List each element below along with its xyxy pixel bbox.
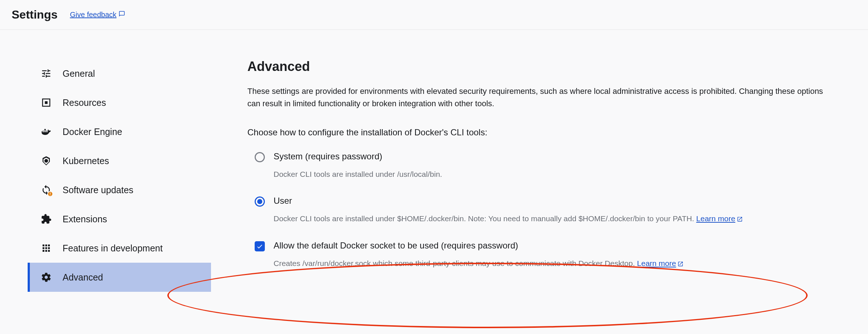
checkbox-allow-socket[interactable] bbox=[255, 241, 265, 251]
tune-icon bbox=[41, 68, 52, 79]
settings-advanced-panel: Advanced These settings are provided for… bbox=[211, 59, 866, 292]
sidebar-item-features-in-development[interactable]: Features in development bbox=[28, 234, 211, 263]
sidebar-item-kubernetes[interactable]: Kubernetes bbox=[28, 146, 211, 175]
feedback-icon bbox=[119, 11, 125, 19]
check-icon bbox=[256, 243, 263, 250]
docker-engine-icon bbox=[41, 126, 52, 137]
sidebar-item-label: Software updates bbox=[63, 185, 134, 195]
sidebar-item-extensions[interactable]: Extensions bbox=[28, 204, 211, 234]
radio-user-help: Docker CLI tools are installed under $HO… bbox=[274, 213, 837, 224]
radio-system-help: Docker CLI tools are installed under /us… bbox=[274, 168, 837, 180]
settings-body: General Resources Docker Engine Kubernet… bbox=[0, 30, 868, 292]
checkbox-allow-socket-label: Allow the default Docker socket to be us… bbox=[274, 240, 837, 251]
sidebar-item-label: General bbox=[63, 68, 95, 79]
sidebar-item-advanced[interactable]: Advanced bbox=[28, 263, 211, 292]
page-title: Settings bbox=[12, 8, 57, 21]
radio-user-label: User bbox=[274, 196, 837, 206]
give-feedback-label: Give feedback bbox=[70, 11, 116, 19]
sidebar-item-label: Docker Engine bbox=[63, 127, 122, 137]
cli-option-system[interactable]: System (requires password) Docker CLI to… bbox=[247, 151, 837, 180]
gears-icon bbox=[41, 272, 52, 283]
sidebar-item-general[interactable]: General bbox=[28, 59, 211, 88]
checkbox-allow-socket-help: Creates /var/run/docker.sock which some … bbox=[274, 258, 837, 269]
sidebar-item-docker-engine[interactable]: Docker Engine bbox=[28, 117, 211, 146]
cli-option-user[interactable]: User Docker CLI tools are installed unde… bbox=[247, 196, 837, 224]
sidebar-item-label: Advanced bbox=[63, 272, 103, 283]
sidebar-item-resources[interactable]: Resources bbox=[28, 88, 211, 117]
sidebar-item-label: Resources bbox=[63, 98, 106, 108]
apps-icon bbox=[41, 243, 52, 254]
resources-icon bbox=[41, 97, 52, 108]
kubernetes-icon bbox=[41, 155, 52, 166]
external-link-icon bbox=[737, 216, 743, 222]
section-title: Advanced bbox=[247, 59, 837, 74]
settings-header: Settings Give feedback bbox=[0, 0, 868, 30]
settings-sidebar: General Resources Docker Engine Kubernet… bbox=[0, 59, 211, 292]
learn-more-socket-link[interactable]: Learn more bbox=[637, 259, 684, 267]
sidebar-item-label: Extensions bbox=[63, 214, 107, 224]
sidebar-item-label: Features in development bbox=[63, 243, 163, 254]
radio-system[interactable] bbox=[255, 152, 265, 162]
learn-more-user-link[interactable]: Learn more bbox=[696, 214, 743, 223]
update-available-badge bbox=[47, 191, 53, 197]
sidebar-nav: General Resources Docker Engine Kubernet… bbox=[28, 59, 211, 292]
annotation-highlight-oval bbox=[167, 263, 808, 328]
sidebar-item-label: Kubernetes bbox=[63, 156, 109, 166]
external-link-icon bbox=[677, 261, 684, 267]
give-feedback-link[interactable]: Give feedback bbox=[70, 11, 125, 19]
allow-docker-socket-option[interactable]: Allow the default Docker socket to be us… bbox=[247, 240, 837, 269]
extension-icon bbox=[41, 214, 52, 224]
update-icon bbox=[41, 184, 52, 195]
radio-user[interactable] bbox=[255, 196, 265, 207]
section-description: These settings are provided for environm… bbox=[247, 85, 837, 110]
sidebar-item-software-updates[interactable]: Software updates bbox=[28, 175, 211, 204]
radio-system-label: System (requires password) bbox=[274, 151, 837, 162]
cli-config-prompt: Choose how to configure the installation… bbox=[247, 127, 837, 138]
